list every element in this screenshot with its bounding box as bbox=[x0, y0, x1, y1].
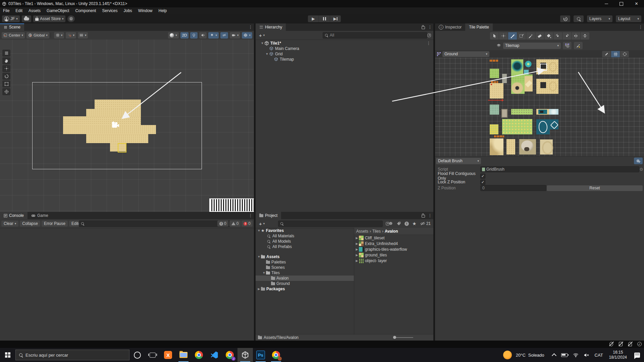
script-object-field[interactable]: GridBrush bbox=[480, 166, 639, 172]
menu-component[interactable]: Component bbox=[72, 7, 99, 14]
asset-graphics-tiles-waterflow[interactable]: ▶graphics-tiles-waterflow bbox=[354, 246, 433, 252]
tab-tile-palette[interactable]: Tile Palette bbox=[465, 23, 493, 31]
expander-icon[interactable]: ▶ bbox=[355, 253, 359, 257]
favorite-all-prefabs[interactable]: All Prefabs bbox=[256, 244, 354, 249]
clear-button[interactable]: Clear▾ bbox=[1, 221, 18, 227]
play-button[interactable]: ▶ bbox=[308, 15, 319, 22]
taskbar-app-unity[interactable] bbox=[237, 348, 253, 362]
thumbnail-size-slider[interactable] bbox=[393, 337, 413, 338]
scene-viewport[interactable] bbox=[0, 40, 254, 212]
palette-tile-flowers[interactable] bbox=[490, 124, 498, 134]
wifi-icon[interactable] bbox=[573, 353, 579, 357]
favorite-all-materials[interactable]: All Materials bbox=[256, 233, 354, 239]
palette-tile-moss[interactable] bbox=[490, 105, 499, 115]
folder-ground[interactable]: Ground bbox=[256, 281, 354, 286]
console-log-area[interactable] bbox=[0, 228, 254, 341]
task-view-button[interactable] bbox=[145, 348, 160, 362]
scene-tool-hand[interactable] bbox=[2, 57, 10, 64]
menu-file[interactable]: File bbox=[0, 7, 12, 14]
camera-gizmo-icon[interactable] bbox=[111, 121, 120, 129]
favorites-filter-icon[interactable]: ★ bbox=[412, 221, 417, 226]
brush-dropdown[interactable]: Default Brush▾ bbox=[436, 158, 481, 164]
palette-tile-grass[interactable] bbox=[490, 69, 499, 78]
expander-icon[interactable]: ▶ bbox=[355, 259, 359, 262]
undo-history-button[interactable] bbox=[560, 15, 570, 22]
asset-ground-tiles[interactable]: ▶ground_tiles bbox=[354, 252, 433, 258]
tool-rotate-cw-button[interactable] bbox=[562, 32, 572, 40]
palette-tile-pale-blue[interactable] bbox=[549, 109, 558, 115]
expander-open-icon[interactable]: ▼ bbox=[257, 229, 261, 232]
expander-icon[interactable]: ▼ bbox=[262, 271, 266, 275]
scene-lighting-button[interactable] bbox=[190, 32, 198, 39]
palette-tile-dune[interactable] bbox=[490, 138, 503, 155]
lock-icon[interactable] bbox=[422, 215, 425, 218]
lock-z-checkbox[interactable]: ✓ bbox=[480, 180, 485, 185]
close-button[interactable]: ✕ bbox=[629, 0, 644, 7]
brush-settings-button[interactable] bbox=[634, 158, 643, 164]
hierarchy-item-grid[interactable]: ▼Grid bbox=[256, 51, 433, 57]
expander-open-icon[interactable]: ▼ bbox=[265, 52, 269, 56]
menu-gameobject[interactable]: GameObject bbox=[44, 7, 72, 14]
weather-label[interactable]: Soleado bbox=[528, 353, 544, 358]
scene-tool-move[interactable] bbox=[2, 65, 10, 72]
alert-filter-icon[interactable]: ! bbox=[405, 222, 409, 226]
tab-project[interactable]: Project bbox=[256, 212, 281, 219]
minimize-button[interactable] bbox=[599, 0, 614, 7]
draw-mode-dropdown[interactable]: ▾ bbox=[168, 32, 179, 39]
lock-icon[interactable] bbox=[422, 26, 425, 29]
palette-tile-teal-diamond[interactable] bbox=[549, 119, 558, 129]
z-position-input[interactable]: 0 bbox=[480, 185, 546, 191]
scene-tool-menu[interactable] bbox=[2, 50, 10, 57]
tool-move-button[interactable] bbox=[499, 32, 508, 40]
breadcrumb-segment[interactable]: Avalon bbox=[385, 229, 398, 234]
palette-tile-teal-ring[interactable] bbox=[536, 119, 550, 134]
start-button[interactable] bbox=[0, 348, 15, 362]
tool-flip-y-button[interactable] bbox=[581, 32, 589, 40]
collapse-button[interactable]: Collapse bbox=[20, 221, 40, 227]
cloud-services-button[interactable] bbox=[22, 15, 31, 22]
tool-flip-x-button[interactable] bbox=[572, 32, 581, 40]
kebab-menu-icon[interactable]: ⋮ bbox=[428, 213, 432, 218]
tile-palette-grid[interactable] bbox=[435, 58, 644, 156]
taskbar-app-xampp[interactable]: X bbox=[160, 348, 176, 362]
tool-eraser-button[interactable] bbox=[535, 32, 544, 40]
kebab-menu-icon[interactable]: ⋮ bbox=[427, 41, 431, 46]
scene-tool-transform[interactable] bbox=[2, 88, 10, 95]
account-button[interactable]: JF ▾ bbox=[2, 15, 20, 22]
gizmos-toggle-button[interactable] bbox=[620, 51, 629, 57]
menu-window[interactable]: Window bbox=[135, 7, 156, 14]
folder-palettes[interactable]: Palettes bbox=[256, 259, 354, 265]
project-favorites[interactable]: ▼★Favorites bbox=[256, 228, 354, 233]
palette-tile-brick[interactable] bbox=[501, 109, 507, 118]
taskbar-app-chrome-profile-2[interactable] bbox=[268, 348, 284, 362]
asset-cliff-tileset[interactable]: ▶Cliff_tileset bbox=[354, 235, 433, 241]
kebab-menu-icon[interactable]: ⋮ bbox=[249, 25, 253, 29]
expander-icon[interactable]: ▶ bbox=[355, 236, 359, 240]
add-object-button[interactable]: +▾ bbox=[257, 32, 266, 39]
progress-ok-icon[interactable]: ✓ bbox=[637, 342, 642, 347]
kebab-menu-icon[interactable]: ⋮ bbox=[639, 25, 643, 29]
palette-tile-grass-sand-ring[interactable] bbox=[511, 82, 525, 94]
scene-visibility-button[interactable] bbox=[220, 32, 228, 39]
hierarchy-item-tile1-[interactable]: ▼Tile1*⋮ bbox=[256, 41, 433, 46]
asset-extra-unfinished4[interactable]: ▶Extra_Unfinished4 bbox=[354, 241, 433, 246]
palette-dropdown[interactable]: Ground▾ bbox=[442, 51, 489, 57]
search-button[interactable] bbox=[574, 15, 584, 22]
hidden-packages-toggle[interactable]: 21 bbox=[420, 221, 431, 226]
menu-assets[interactable]: Assets bbox=[25, 7, 44, 14]
cortana-button[interactable] bbox=[129, 348, 145, 362]
asset-object-layer[interactable]: ▶object- layer bbox=[354, 258, 433, 263]
breadcrumb-segment[interactable]: Assets bbox=[356, 229, 368, 234]
expander-icon[interactable]: ▼ bbox=[257, 255, 261, 258]
palette-tile-flower-grass[interactable] bbox=[502, 119, 532, 134]
language-indicator[interactable]: CAT bbox=[595, 353, 603, 358]
preferences-button[interactable] bbox=[67, 15, 75, 22]
expander-open-icon[interactable]: ▼ bbox=[260, 42, 264, 45]
tool-box-button[interactable] bbox=[517, 32, 526, 40]
palette-tile-grass-ring[interactable] bbox=[511, 59, 523, 74]
effects-dropdown[interactable]: ▾ bbox=[208, 32, 219, 39]
palette-tile-skull[interactable] bbox=[519, 139, 536, 155]
notification-center-icon[interactable] bbox=[634, 353, 640, 358]
gizmos-dropdown[interactable]: ▾ bbox=[242, 32, 252, 39]
flood-fill-checkbox[interactable]: ✓ bbox=[480, 174, 485, 179]
